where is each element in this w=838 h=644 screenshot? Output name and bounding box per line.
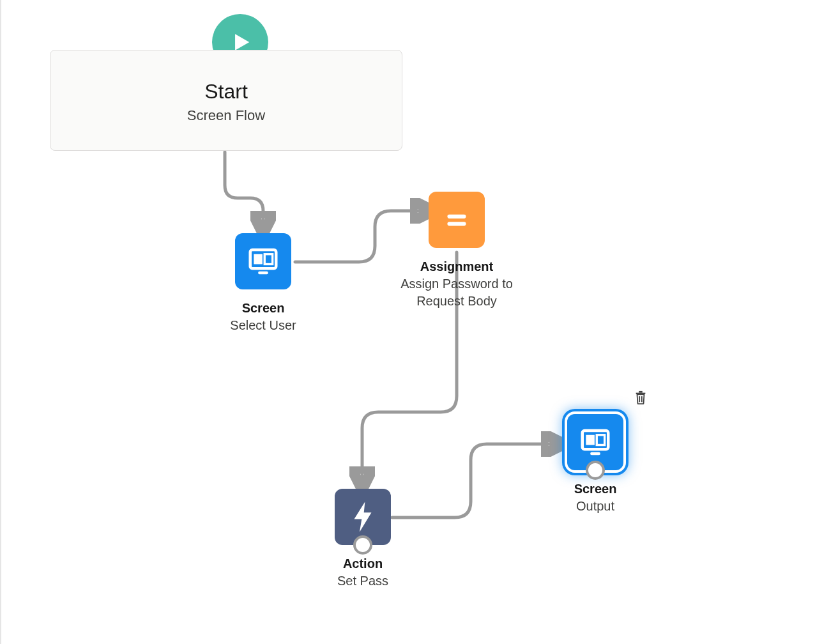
svg-rect-11	[639, 391, 643, 393]
svg-rect-2	[264, 254, 272, 264]
node-assignment[interactable]: Assignment Assign Password to Request Bo…	[377, 192, 537, 310]
node-label: Output	[531, 498, 659, 515]
node-action-set-pass[interactable]: Action Set Pass	[299, 489, 427, 590]
start-subtitle: Screen Flow	[50, 107, 402, 124]
delete-node-button[interactable]	[634, 390, 648, 408]
equals-icon	[429, 192, 485, 248]
node-type: Screen	[531, 482, 659, 496]
node-type: Action	[299, 556, 427, 571]
screen-icon	[567, 414, 623, 470]
svg-rect-3	[258, 272, 268, 275]
connector-handle[interactable]	[586, 461, 605, 480]
node-label: Select User	[199, 317, 327, 334]
screen-icon	[235, 233, 291, 289]
node-type: Assignment	[377, 259, 537, 274]
node-type: Screen	[199, 301, 327, 316]
trash-icon	[634, 390, 648, 405]
start-title: Start	[50, 80, 402, 103]
node-screen-output[interactable]: Screen Output	[531, 414, 659, 515]
svg-rect-9	[590, 452, 600, 456]
fault-connector-handle[interactable]	[353, 535, 372, 555]
start-node[interactable]: Start Screen Flow	[50, 50, 402, 151]
node-screen-select-user[interactable]: Screen Select User	[199, 233, 327, 334]
bolt-icon	[335, 489, 391, 545]
node-label: Set Pass	[299, 572, 427, 590]
flow-canvas[interactable]: Start Screen Flow Screen Select User Ass…	[0, 0, 838, 644]
node-label: Assign Password to Request Body	[383, 275, 530, 310]
svg-rect-1	[254, 254, 263, 264]
svg-rect-4	[447, 215, 466, 218]
svg-rect-7	[586, 435, 595, 445]
svg-rect-8	[597, 435, 604, 445]
svg-rect-5	[447, 222, 466, 226]
